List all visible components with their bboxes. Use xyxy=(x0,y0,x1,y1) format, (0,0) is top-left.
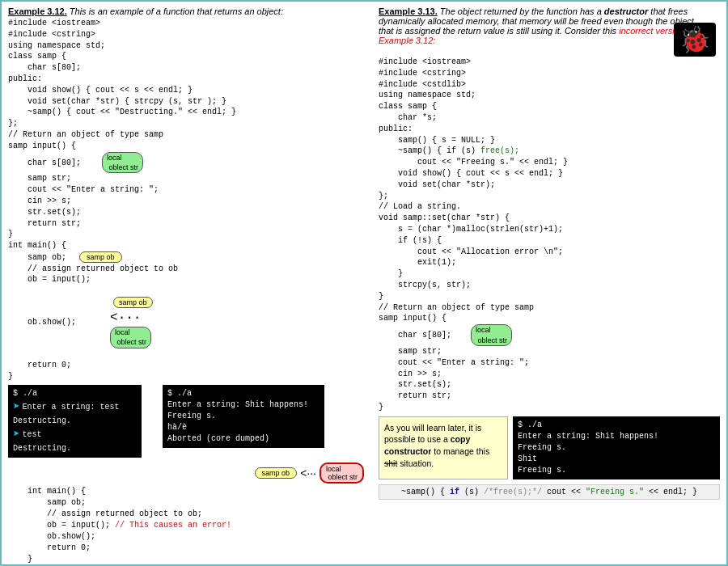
bug-icon: 🐞 xyxy=(674,23,716,57)
terminal-right: $ ./a Enter a string: Shit happens! Free… xyxy=(513,416,720,479)
left-code-top: #include <iostream> #include <cstring> u… xyxy=(8,18,372,382)
right-panel: Example 3.13. The object returned by the… xyxy=(379,6,720,565)
code-bar: ~samp() { if (s) /*free(s);*/ cout << "F… xyxy=(379,484,720,500)
main-container: Example 3.12. This is an example of a fu… xyxy=(2,2,726,564)
example-312-num: Example 3.12. xyxy=(8,6,67,16)
example-313-num: Example 3.13. xyxy=(379,6,438,16)
terminal-middle: $ ./a Enter a string: Shit happens! Free… xyxy=(163,385,324,448)
right-code-top: #include <iostream> #include <cstring> #… xyxy=(379,57,720,413)
left-code-bottom: int main() { samp ob; // assign returned… xyxy=(8,486,372,565)
content-area: Example 3.12. This is an example of a fu… xyxy=(2,2,726,566)
terminal-left-top: $ ./a ➤Enter a string: test Destructing.… xyxy=(8,385,142,457)
example-312-title: Example 3.12. This is an example of a fu… xyxy=(8,6,372,16)
example-312-text: This is an example of a function that re… xyxy=(67,6,283,16)
left-panel: Example 3.12. This is an example of a fu… xyxy=(8,6,372,565)
note-box: As you will learn later, it is possible … xyxy=(379,416,508,479)
